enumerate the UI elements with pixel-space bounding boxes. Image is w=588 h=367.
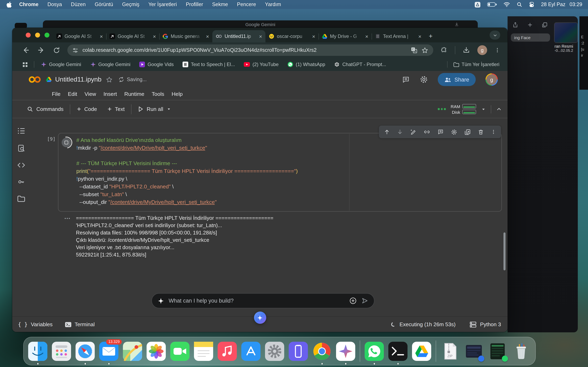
menubar-item-pencere[interactable]: Pencere	[237, 2, 256, 7]
bookmark-google-vids[interactable]: Google Vids	[139, 62, 174, 67]
extensions-icon[interactable]	[441, 47, 448, 54]
run-all-button[interactable]: Run all	[138, 106, 171, 112]
dock-settings[interactable]	[265, 342, 284, 361]
colab-profile-avatar[interactable]: g	[485, 73, 498, 86]
dock-drive[interactable]	[412, 342, 431, 361]
dock-terminal[interactable]	[388, 342, 407, 361]
move-cell-down-icon[interactable]	[397, 129, 403, 135]
resources-dropdown-icon[interactable]	[481, 107, 486, 111]
copy-link-icon[interactable]	[424, 128, 430, 135]
all-bookmarks-button[interactable]: Tüm Yer İşaretleri	[453, 62, 499, 67]
menubar-item-görüntü[interactable]: Görüntü	[95, 2, 113, 7]
colab-menu-insert[interactable]: Insert	[104, 91, 117, 97]
translate-icon[interactable]: GA	[411, 47, 417, 53]
find-replace-icon[interactable]	[17, 144, 25, 152]
dock-facetime[interactable]	[170, 342, 190, 361]
dock-mail[interactable]: 13.329	[99, 342, 118, 361]
secrets-key-icon[interactable]	[17, 178, 25, 185]
add-text-button[interactable]: +Text	[108, 105, 125, 113]
reload-icon[interactable]	[53, 47, 60, 54]
tab-oscar-corpu[interactable]: oscar-corpu×	[265, 30, 319, 42]
menubar-item-yer-i̇şaretleri[interactable]: Yer İşaretleri	[148, 2, 177, 7]
notebook-title[interactable]: Untitled11.ipynb	[55, 76, 102, 83]
app-toggle-icon[interactable]	[475, 1, 481, 8]
dock-appstore[interactable]	[241, 342, 260, 361]
cell-settings-icon[interactable]	[451, 129, 457, 135]
code-snippets-icon[interactable]	[17, 162, 25, 168]
close-window-button[interactable]	[26, 33, 31, 38]
dock-finder[interactable]	[28, 342, 47, 361]
variables-button[interactable]: { } Variables	[18, 321, 52, 327]
minimize-window-button[interactable]	[35, 33, 40, 38]
menubar-item-chrome[interactable]: Chrome	[19, 2, 38, 7]
menubar-item-yardım[interactable]: Yardım	[265, 2, 281, 7]
new-tab-button[interactable]: +	[429, 33, 433, 40]
add-comment-icon[interactable]	[437, 129, 444, 135]
dock-notes[interactable]	[194, 342, 213, 361]
code-cell[interactable]: # Ana hedef klasörü Drive'ınızda oluştur…	[58, 133, 502, 212]
tab-untitled11-ip[interactable]: Untitled11.ip×	[212, 30, 265, 42]
bookmark-google-gemini[interactable]: Google Gemini	[41, 62, 81, 67]
dock-maps[interactable]	[123, 342, 142, 361]
bookmark--1-whatsapp[interactable]: (1) WhatsApp	[288, 62, 325, 67]
bookmark-star-icon[interactable]	[421, 47, 428, 54]
bookmark-text-to-speech-el-[interactable]: Text to Speech | El...	[183, 62, 235, 67]
url-text[interactable]: colab.research.google.com/drive/1U0Fup1p…	[82, 47, 407, 53]
tab-close-icon[interactable]: ×	[418, 34, 421, 39]
tab-music-genera[interactable]: Music genera×	[159, 30, 212, 42]
dock-gemini[interactable]	[336, 342, 355, 361]
menubar-item-düzen[interactable]: Düzen	[71, 2, 86, 7]
colab-menu-file[interactable]: File	[52, 91, 61, 97]
dock-music[interactable]	[218, 342, 237, 361]
comments-icon[interactable]	[402, 76, 410, 83]
colab-menu-runtime[interactable]: Runtime	[124, 91, 144, 97]
dock-window-thumb-1[interactable]	[464, 342, 484, 361]
address-bar[interactable]: colab.research.google.com/drive/1U0Fup1p…	[67, 44, 433, 56]
colab-menu-edit[interactable]: Edit	[68, 91, 77, 97]
browser-menu-icon[interactable]	[494, 47, 500, 53]
resource-meter[interactable]: RAM Disk	[450, 104, 476, 114]
tab-close-icon[interactable]: ×	[100, 34, 103, 39]
ai-prompt-input[interactable]: What can I help you build?	[151, 293, 374, 308]
tab-google-ai-st[interactable]: Google AI St×	[106, 30, 159, 42]
menubar-item-profiller[interactable]: Profiller	[186, 2, 203, 7]
colab-menu-view[interactable]: View	[85, 91, 96, 97]
table-of-contents-icon[interactable]	[17, 127, 25, 134]
bookmark--2-youtube[interactable]: (2) YouTube	[244, 62, 279, 67]
menubar-item-sekme[interactable]: Sekme	[212, 2, 228, 7]
menubar-clock[interactable]: 28 Eyl Paz03:29	[541, 2, 582, 7]
tab-close-icon[interactable]: ×	[153, 34, 156, 39]
tab-close-icon[interactable]: ×	[365, 34, 368, 39]
run-all-dropdown-icon[interactable]	[166, 107, 171, 111]
colab-menu-tools[interactable]: Tools	[152, 91, 164, 97]
dock-chrome[interactable]	[312, 342, 332, 361]
dock-whatsapp[interactable]	[365, 342, 384, 361]
dock-iphone-mirroring[interactable]	[289, 342, 308, 361]
dock-photos[interactable]	[147, 342, 166, 361]
menubar-item-geçmiş[interactable]: Geçmiş	[122, 2, 139, 7]
tab-close-icon[interactable]: ×	[206, 34, 209, 39]
share-button[interactable]: Share	[438, 73, 476, 86]
commands-button[interactable]: Commands	[27, 106, 63, 112]
delete-cell-icon[interactable]	[478, 129, 484, 135]
apps-grid-icon[interactable]	[22, 61, 28, 67]
menubar-item-dosya[interactable]: Dosya	[47, 2, 62, 7]
forward-icon[interactable]	[38, 47, 45, 54]
colab-menu-help[interactable]: Help	[172, 91, 182, 97]
kernel-name[interactable]: Python 3	[480, 321, 501, 327]
gemini-fab[interactable]	[254, 312, 266, 324]
move-cell-up-icon[interactable]	[384, 129, 390, 135]
terminal-button[interactable]: Terminal	[65, 321, 95, 327]
dock-trash[interactable]	[512, 342, 531, 361]
tab-search-button[interactable]	[490, 31, 500, 40]
settings-gear-icon[interactable]	[420, 75, 428, 83]
more-actions-icon[interactable]	[491, 129, 496, 135]
apple-menu[interactable]	[7, 1, 12, 8]
tab-close-icon[interactable]: ×	[312, 34, 315, 39]
site-info-icon[interactable]	[72, 47, 78, 53]
back-icon[interactable]	[22, 47, 29, 54]
dock-window-thumb-2[interactable]	[488, 342, 507, 361]
attach-plus-icon[interactable]	[349, 297, 357, 305]
files-folder-icon[interactable]	[17, 195, 25, 202]
dock-launchpad[interactable]	[52, 342, 71, 361]
